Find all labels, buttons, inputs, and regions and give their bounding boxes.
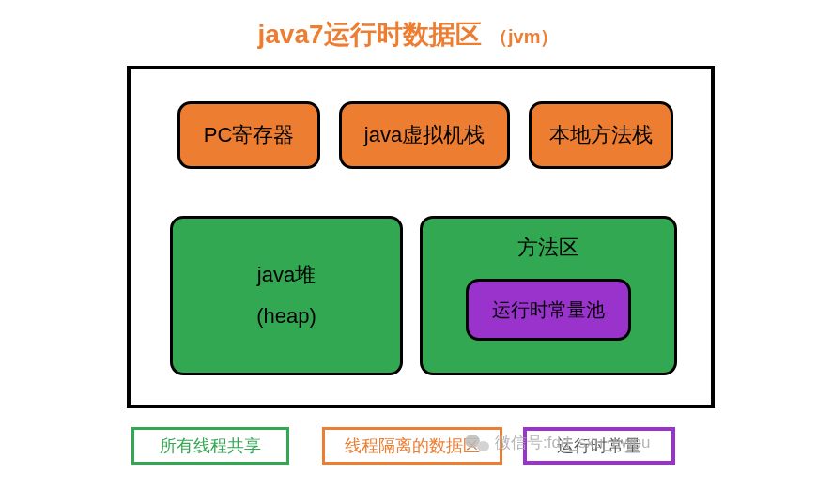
title-sub: （jvm）: [489, 26, 559, 47]
pc-register-label: PC寄存器: [204, 121, 295, 149]
method-area-label: 方法区: [517, 234, 579, 262]
wechat-icon: [465, 433, 489, 453]
watermark-value: fdd_sxu_nwpu: [547, 434, 651, 451]
heap-label-line2: (heap): [256, 296, 316, 337]
title-main: java7运行时数据区: [258, 20, 482, 49]
jvm-stack-box: java虚拟机栈: [339, 101, 510, 169]
native-stack-box: 本地方法栈: [529, 101, 673, 169]
pc-register-box: PC寄存器: [177, 101, 320, 169]
method-area-box: 方法区 运行时常量池: [420, 216, 677, 375]
heap-box: java堆 (heap): [170, 216, 403, 375]
watermark: 微信号:fdd_sxu_nwpu: [465, 432, 650, 453]
native-stack-label: 本地方法栈: [549, 121, 653, 149]
const-pool-box: 运行时常量池: [466, 279, 631, 341]
jvm-stack-label: java虚拟机栈: [364, 121, 485, 149]
const-pool-label: 运行时常量池: [492, 298, 605, 323]
diagram-title: java7运行时数据区 （jvm）: [0, 17, 817, 53]
legend-shared-label: 所有线程共享: [160, 435, 261, 457]
jvm-container: PC寄存器 java虚拟机栈 本地方法栈 java堆 (heap) 方法区 运行…: [127, 66, 715, 408]
legend-isolated-label: 线程隔离的数据区: [345, 435, 480, 457]
watermark-label: 微信号: [495, 434, 543, 451]
legend-shared: 所有线程共享: [131, 427, 289, 465]
heap-label-line1: java堆: [257, 254, 316, 296]
